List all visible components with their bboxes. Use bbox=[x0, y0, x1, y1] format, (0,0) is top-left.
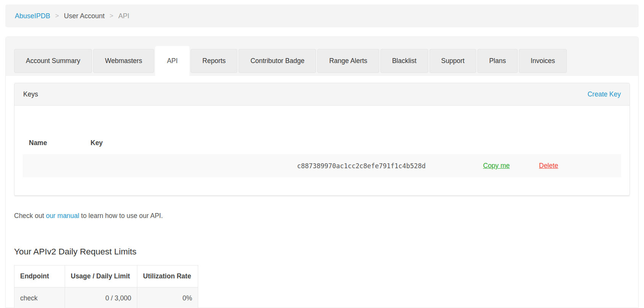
delete-link[interactable]: Delete bbox=[539, 162, 558, 169]
limits-header-usage: Usage / Daily Limit bbox=[65, 265, 137, 287]
delete-cell: Delete bbox=[533, 154, 621, 177]
keys-table: Name Key c887389970ac1cc2c8efe791f1c4b52… bbox=[23, 139, 621, 177]
endpoint-cell: check bbox=[14, 287, 65, 308]
keys-table-header-delete bbox=[533, 139, 621, 154]
limits-table: Endpoint Usage / Daily Limit Utilization… bbox=[14, 265, 198, 308]
breadcrumb-item-user-account: User Account bbox=[64, 12, 105, 20]
breadcrumb-separator: > bbox=[55, 12, 59, 20]
tab-plans[interactable]: Plans bbox=[477, 49, 518, 73]
limits-heading: Your APIv2 Daily Request Limits bbox=[14, 247, 137, 257]
tab-blacklist[interactable]: Blacklist bbox=[380, 49, 428, 73]
breadcrumb-separator: > bbox=[110, 12, 113, 20]
breadcrumb-link-abuseipdb[interactable]: AbuseIPDB bbox=[15, 12, 50, 20]
limits-header-utilization: Utilization Rate bbox=[137, 265, 198, 287]
api-key-value: c887389970ac1cc2c8efe791f1c4b528d bbox=[84, 154, 477, 177]
utilization-cell: 0% bbox=[137, 287, 198, 308]
manual-note-prefix: Check out bbox=[14, 212, 46, 220]
keys-panel-body: Name Key c887389970ac1cc2c8efe791f1c4b52… bbox=[14, 106, 630, 195]
tab-strip: Account Summary Webmasters API Reports C… bbox=[6, 37, 638, 76]
tab-support[interactable]: Support bbox=[429, 49, 476, 73]
key-name-cell bbox=[23, 154, 84, 177]
limits-row-check: check 0 / 3,000 0% bbox=[14, 287, 198, 308]
tab-account-summary[interactable]: Account Summary bbox=[14, 49, 92, 73]
breadcrumb: AbuseIPDB > User Account > API bbox=[5, 5, 639, 27]
copy-me-link[interactable]: Copy me bbox=[483, 162, 510, 169]
our-manual-link[interactable]: our manual bbox=[46, 212, 80, 220]
create-key-link[interactable]: Create Key bbox=[587, 90, 621, 98]
usage-cell: 0 / 3,000 bbox=[65, 287, 137, 308]
keys-panel-title: Keys bbox=[23, 90, 38, 98]
limits-header-endpoint: Endpoint bbox=[14, 265, 65, 287]
copy-cell: Copy me bbox=[477, 154, 533, 177]
breadcrumb-item-api: API bbox=[118, 12, 129, 20]
api-key-row: c887389970ac1cc2c8efe791f1c4b528d Copy m… bbox=[23, 154, 621, 177]
keys-table-header-copy bbox=[477, 139, 533, 154]
tab-range-alerts[interactable]: Range Alerts bbox=[317, 49, 379, 73]
keys-panel-heading: Keys Create Key bbox=[14, 83, 630, 106]
keys-table-header-name: Name bbox=[23, 139, 84, 154]
manual-note-suffix: to learn how to use our API. bbox=[79, 212, 163, 220]
tab-webmasters[interactable]: Webmasters bbox=[93, 49, 154, 73]
tab-reports[interactable]: Reports bbox=[191, 49, 237, 73]
keys-table-header-key: Key bbox=[84, 139, 477, 154]
keys-panel: Keys Create Key Name Key c887389970ac1cc… bbox=[14, 83, 630, 196]
tab-contributor-badge[interactable]: Contributor Badge bbox=[239, 49, 316, 73]
manual-note: Check out our manual to learn how to use… bbox=[14, 211, 163, 221]
tab-api[interactable]: API bbox=[155, 46, 189, 76]
tab-invoices[interactable]: Invoices bbox=[519, 49, 567, 73]
